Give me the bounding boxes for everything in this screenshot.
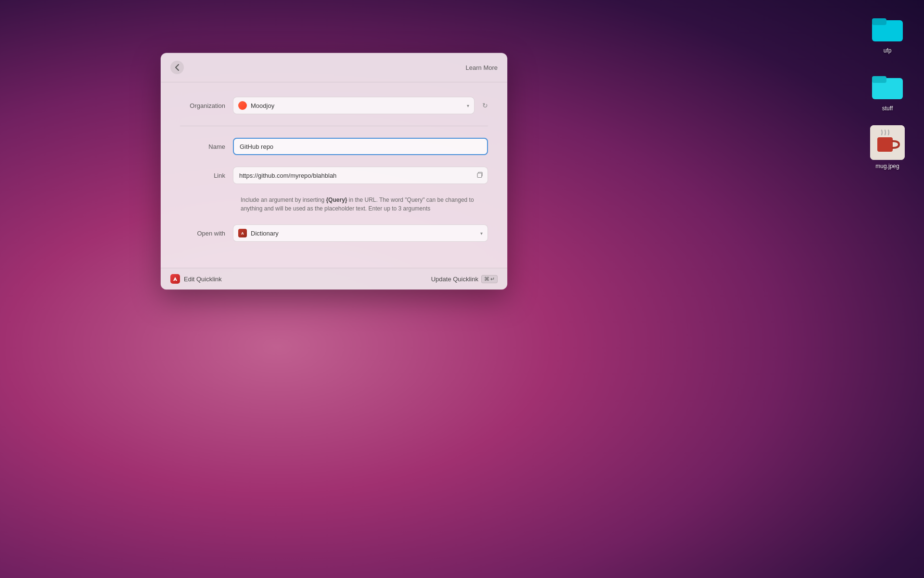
organization-label: Organization — [180, 102, 233, 109]
open-with-dropdown[interactable]: A Dictionary ▾ — [233, 224, 488, 242]
update-button-label: Update Quicklink — [431, 276, 478, 283]
name-row: Name — [180, 138, 488, 155]
link-label: Link — [180, 172, 233, 179]
org-divider — [180, 126, 488, 126]
link-input[interactable] — [233, 167, 488, 184]
organization-icon — [238, 101, 247, 110]
name-field — [233, 138, 488, 155]
organization-field: Moodjoy ▾ ↻ — [233, 97, 488, 114]
folder-svg-stuff — [870, 67, 905, 102]
mug-label: mug.jpeg — [875, 163, 899, 170]
raycast-logo — [172, 276, 178, 282]
folder-icon-stuff — [870, 67, 905, 102]
info-text-query: {Query} — [326, 197, 347, 203]
name-label: Name — [180, 143, 233, 150]
panel-header: Learn More — [161, 53, 507, 82]
keyboard-shortcut: ⌘ ↵ — [481, 275, 498, 283]
stuff-label: stuff — [882, 105, 893, 112]
open-with-field: A Dictionary ▾ — [233, 224, 488, 242]
footer-left: Edit Quicklink — [170, 274, 222, 284]
back-button[interactable] — [170, 61, 184, 74]
organization-row-inner: Moodjoy ▾ ↻ — [233, 97, 488, 114]
footer-title: Edit Quicklink — [184, 276, 222, 283]
edit-quicklink-panel: Learn More Organization Moodjoy ▾ ↻ — [161, 53, 507, 289]
folder-icon-ufp — [870, 10, 905, 44]
folder-svg-ufp — [870, 10, 905, 44]
chevron-down-icon-2: ▾ — [480, 231, 483, 236]
clipboard-icon[interactable] — [476, 171, 483, 180]
svg-rect-6 — [477, 173, 482, 178]
desktop-icon-ufp[interactable]: ufp — [870, 10, 905, 54]
chevron-down-icon: ▾ — [467, 103, 469, 108]
panel-footer: Edit Quicklink Update Quicklink ⌘ ↵ — [161, 268, 507, 289]
organization-dropdown[interactable]: Moodjoy ▾ — [233, 97, 475, 114]
svg-rect-3 — [872, 76, 886, 83]
info-text: Include an argument by inserting {Query}… — [241, 196, 488, 213]
open-with-row: Open with A Dictionary ▾ — [180, 224, 488, 242]
raycast-icon — [170, 274, 180, 284]
cmd-key: ⌘ — [484, 276, 489, 282]
enter-key: ↵ — [490, 276, 495, 282]
svg-rect-5 — [877, 137, 893, 152]
mug-svg — [870, 125, 905, 160]
link-field — [233, 167, 488, 184]
update-quicklink-button[interactable]: Update Quicklink ⌘ ↵ — [431, 275, 498, 283]
mug-image-icon — [870, 125, 905, 160]
back-arrow-icon — [175, 64, 180, 71]
desktop-icon-stuff[interactable]: stuff — [870, 67, 905, 112]
info-text-part1: Include an argument by inserting — [241, 197, 326, 203]
name-input[interactable] — [233, 138, 488, 155]
reload-icon[interactable]: ↻ — [482, 102, 488, 109]
desktop-icon-mug[interactable]: mug.jpeg — [870, 125, 905, 170]
panel-body: Organization Moodjoy ▾ ↻ Name — [161, 82, 507, 268]
organization-value: Moodjoy — [251, 102, 274, 109]
open-with-label: Open with — [180, 230, 233, 237]
ufp-label: ufp — [884, 47, 892, 54]
dictionary-app-icon: A — [238, 229, 247, 237]
desktop-icons: ufp stuff mug.jpeg — [870, 10, 905, 170]
organization-row: Organization Moodjoy ▾ ↻ — [180, 97, 488, 114]
copy-icon-svg — [476, 171, 483, 178]
learn-more-link[interactable]: Learn More — [466, 64, 498, 71]
organization-dropdown-left: Moodjoy — [238, 101, 274, 110]
svg-rect-1 — [872, 18, 886, 25]
open-with-dropdown-left: A Dictionary — [238, 229, 279, 237]
link-row: Link — [180, 167, 488, 184]
open-with-value: Dictionary — [251, 230, 279, 237]
